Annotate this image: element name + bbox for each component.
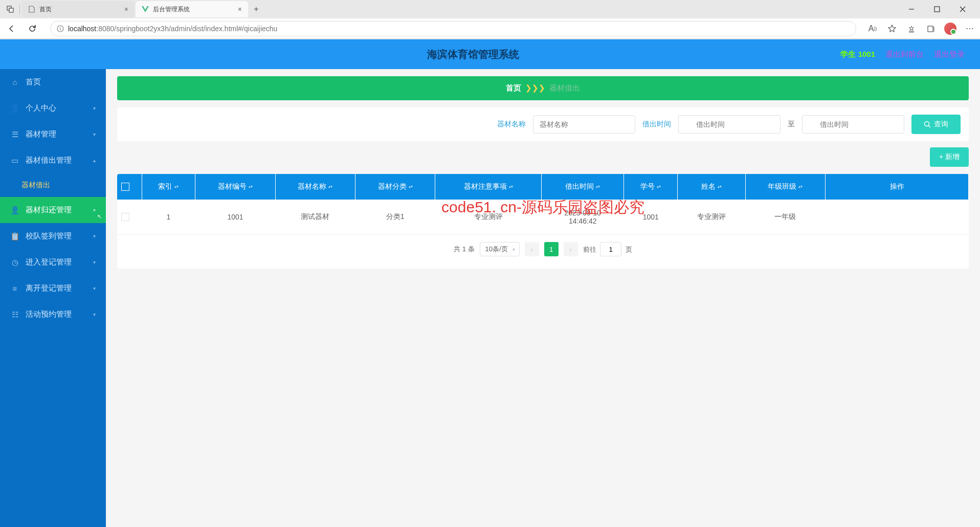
layout: ⌂ 首页 👤 个人中心 ▾ ☰ 器材管理 ▾ ▭ 器材借出管理 ▴ 器材借出 👤… (0, 69, 980, 527)
col-sname[interactable]: 姓名▴▾ (678, 174, 745, 200)
tab-actions-icon[interactable] (3, 2, 17, 16)
list-icon: ≡ (10, 284, 19, 293)
search-name-input[interactable] (533, 115, 635, 134)
sidebar-item-home[interactable]: ⌂ 首页 (0, 69, 106, 95)
favorites-bar-icon[interactable] (905, 23, 918, 35)
maximize-button[interactable] (929, 2, 945, 16)
chevron-down-icon: ▾ (93, 312, 96, 317)
url-box[interactable]: localhost:8080/springboot2yx3h/admin/dis… (50, 21, 856, 36)
cell-actions (826, 200, 969, 235)
sidebar-item-lend[interactable]: ▭ 器材借出管理 ▴ (0, 147, 106, 173)
sort-icon: ▴▾ (409, 185, 413, 188)
sidebar-item-entry[interactable]: ◷ 进入登记管理 ▾ (0, 249, 106, 275)
col-note[interactable]: 器材注意事项▴▾ (435, 174, 542, 200)
sidebar-item-activity[interactable]: ☷ 活动预约管理 ▾ (0, 301, 106, 327)
browser-tab-admin[interactable]: 后台管理系统 × (136, 1, 248, 17)
toolbar: + 新增 (117, 147, 969, 167)
cell-sname: 专业测评 (678, 200, 745, 235)
svg-point-14 (925, 122, 929, 126)
user-icon: 👤 (10, 206, 19, 215)
search-name-label: 器材名称 (497, 120, 526, 129)
refresh-button[interactable] (25, 21, 40, 36)
cell-sid: 1001 (624, 200, 678, 235)
separator (19, 4, 20, 14)
sidebar-sub-lend[interactable]: 器材借出 (0, 173, 106, 197)
page-size-select[interactable]: 10条/页 (480, 242, 520, 256)
favorite-icon[interactable] (886, 23, 898, 35)
col-sid[interactable]: 学号▴▾ (624, 174, 678, 200)
page-1[interactable]: 1 (544, 242, 559, 256)
col-grade[interactable]: 年级班级▴▾ (745, 174, 825, 200)
user-icon: 👤 (10, 104, 19, 113)
cell-time: 2023-09-1014:46:42 (542, 200, 624, 235)
chevron-down-icon: ▾ (93, 259, 96, 265)
back-button[interactable] (4, 21, 19, 36)
cell-name: 测试器材 (275, 200, 355, 235)
chevron-down-icon: ▾ (93, 286, 96, 291)
app-header: 海滨体育馆管理系统 学生 1001 退出到前台 退出登录 (0, 39, 980, 69)
close-icon[interactable]: × (238, 5, 242, 13)
chevron-down-icon: ▾ (93, 233, 96, 239)
cell-code: 1001 (195, 200, 275, 235)
select-all-checkbox[interactable] (121, 183, 129, 191)
new-tab-button[interactable]: + (249, 2, 263, 16)
total-count: 共 1 条 (454, 245, 474, 254)
menu-label: 器材管理 (26, 129, 56, 139)
prev-page-button[interactable]: ‹ (525, 242, 539, 256)
col-name[interactable]: 器材名称▴▾ (275, 174, 355, 200)
cursor-icon: ↖ (97, 213, 102, 220)
minimize-button[interactable] (903, 2, 920, 16)
read-aloud-icon[interactable]: A)) (866, 23, 879, 35)
next-page-button[interactable]: › (564, 242, 578, 256)
breadcrumb-home[interactable]: 首页 (506, 83, 521, 92)
more-icon[interactable]: ⋯ (964, 23, 976, 35)
col-category[interactable]: 器材分类▴▾ (355, 174, 435, 200)
info-icon (57, 25, 64, 32)
search-date-to[interactable] (802, 115, 904, 134)
browser-tab-home[interactable]: 首页 × (22, 1, 135, 17)
calendar-icon: ☷ (10, 310, 19, 319)
svg-rect-11 (928, 26, 933, 32)
url-text: localhost:8080/springboot2yx3h/admin/dis… (68, 25, 277, 33)
col-actions: 操作 (826, 174, 969, 200)
search-button[interactable]: 查询 (911, 115, 961, 134)
sidebar-item-leave[interactable]: ≡ 离开登记管理 ▾ (0, 275, 106, 301)
sort-icon: ▴▾ (657, 185, 661, 188)
col-index[interactable]: 索引▴▾ (142, 174, 195, 200)
add-button[interactable]: + 新增 (930, 147, 969, 167)
sidebar-item-checkin[interactable]: 📋 校队签到管理 ▾ (0, 223, 106, 249)
breadcrumb: 首页 ❯❯❯ 器材借出 (117, 76, 969, 100)
sidebar-item-profile[interactable]: 👤 个人中心 ▾ (0, 95, 106, 121)
sidebar-item-equipment[interactable]: ☰ 器材管理 ▾ (0, 121, 106, 147)
menu-label: 校队签到管理 (26, 231, 72, 241)
chevron-down-icon: ▾ (93, 131, 96, 137)
page-icon (28, 6, 35, 13)
profile-avatar[interactable] (944, 23, 956, 35)
svg-point-8 (60, 27, 61, 28)
row-checkbox[interactable] (121, 213, 129, 221)
clipboard-icon: 📋 (10, 232, 19, 241)
exit-login[interactable]: 退出登录 (934, 50, 965, 59)
app-title: 海滨体育馆管理系统 (106, 48, 840, 61)
collections-icon[interactable] (925, 23, 937, 35)
page-jump-input[interactable] (600, 242, 621, 256)
menu-label: 器材归还管理 (26, 205, 72, 215)
search-date-from[interactable] (678, 115, 781, 134)
clock-icon: ◷ (10, 258, 19, 267)
search-icon (924, 121, 931, 128)
close-icon[interactable]: × (124, 5, 128, 13)
menu-label: 个人中心 (26, 103, 56, 113)
menu-label: 活动预约管理 (26, 310, 72, 319)
sort-icon: ▴▾ (718, 185, 722, 188)
header-right: 学生 1001 退出到前台 退出登录 (840, 50, 980, 59)
content: 首页 ❯❯❯ 器材借出 器材名称 借出时间 📅 至 📅 查询 + (106, 69, 980, 527)
sidebar-item-return[interactable]: 👤 器材归还管理 ▾ ↖ (0, 197, 106, 223)
col-code[interactable]: 器材编号▴▾ (195, 174, 275, 200)
sort-icon: ▴▾ (798, 185, 803, 188)
table: 索引▴▾ 器材编号▴▾ 器材名称▴▾ 器材分类▴▾ 器材注意事项▴▾ 借出时间▴… (117, 174, 969, 269)
cell-category: 分类1 (355, 200, 435, 235)
close-window-button[interactable] (954, 2, 971, 16)
col-time[interactable]: 借出时间▴▾ (542, 174, 624, 200)
exit-to-front[interactable]: 退出到前台 (885, 50, 924, 59)
cell-note: 专业测评 (435, 200, 542, 235)
